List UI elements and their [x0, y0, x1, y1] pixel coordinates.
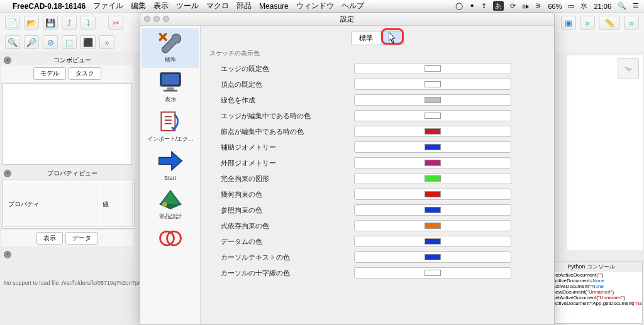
subtab-standard[interactable]: 標準 — [352, 31, 380, 45]
color-swatch — [425, 238, 441, 245]
combo-title: コンボビュー — [14, 56, 131, 65]
zoom-fit-icon[interactable]: 🔍 — [5, 35, 20, 49]
menu-window[interactable]: ウィンドウ — [296, 1, 334, 11]
color-picker-button[interactable] — [354, 251, 511, 263]
measure-icon[interactable]: 📏 — [599, 16, 620, 30]
tab-model[interactable]: モデル — [33, 67, 66, 80]
color-picker-button[interactable] — [354, 267, 511, 278]
close-icon[interactable]: × — [4, 251, 11, 258]
color-swatch — [425, 270, 441, 276]
nav-cube[interactable]: Top — [618, 58, 639, 79]
color-row: データムの色 — [209, 234, 545, 248]
combo-view-panel: × コンボビュー モデル タスク × プロパティビュー プロパティ値 表示 デー… — [1, 55, 133, 259]
battery-percent: 66% — [548, 3, 562, 10]
color-row: 参照拘束の色 — [209, 203, 545, 217]
cat-label: 部品設計 — [142, 212, 199, 221]
color-picker-button[interactable] — [354, 236, 511, 247]
front-view-icon[interactable]: ⬛ — [80, 35, 96, 49]
property-title: プロパティビュー — [14, 169, 131, 178]
prefs-cat-標準[interactable]: 標準 — [142, 28, 199, 68]
menu-help[interactable]: ヘルプ — [341, 1, 364, 11]
tab-task[interactable]: タスク — [69, 67, 101, 80]
volume-icon[interactable]: 🕪 — [522, 3, 529, 10]
color-swatch — [425, 207, 441, 213]
chevron-right-icon[interactable]: » — [624, 16, 639, 30]
dialog-title: 設定 — [340, 14, 354, 24]
python-console-title: Python コンソール — [540, 262, 642, 272]
app-name[interactable]: FreeCAD-0.18-16146 — [13, 2, 86, 11]
3d-view[interactable] — [567, 55, 643, 250]
menu-file[interactable]: ファイル — [93, 1, 123, 11]
color-picker-button[interactable] — [354, 126, 511, 137]
sketch-icon — [155, 226, 186, 251]
color-picker-button[interactable] — [354, 173, 511, 184]
cube-icon[interactable]: ▣ — [561, 16, 576, 30]
color-swatch — [425, 65, 441, 72]
menu-macro[interactable]: マクロ — [206, 1, 229, 11]
prefs-cat-インポート/エク...[interactable]: インポート/エク... — [142, 107, 199, 147]
impexp-icon — [155, 109, 186, 134]
color-picker-button[interactable] — [354, 110, 511, 121]
color-label: カーソルの十字線の色 — [209, 268, 354, 278]
save-button[interactable]: 💾 — [43, 16, 58, 30]
nosel-icon[interactable]: ⊘ — [43, 35, 58, 49]
color-picker-button[interactable] — [354, 220, 511, 231]
prefs-cat-部品設計[interactable]: 部品設計 — [142, 185, 199, 224]
color-swatch — [425, 191, 441, 197]
col-property: プロパティ — [4, 182, 97, 227]
cat-label: 表示 — [142, 96, 199, 104]
tool-button[interactable]: ⤴ — [62, 16, 77, 30]
search-icon[interactable]: 🔍 — [618, 2, 626, 10]
tool-button[interactable]: ⤵ — [80, 16, 96, 30]
new-doc-button[interactable]: 📄 — [5, 16, 20, 30]
dropbox-icon[interactable]: ⇪ — [481, 2, 487, 10]
prefs-content: 標準 スケッチの表示色 エッジの既定色頂点の既定色線色を作成エッジが編集中である… — [201, 26, 554, 324]
wifi-icon[interactable]: ⚞ — [535, 2, 541, 10]
window-controls[interactable] — [144, 16, 169, 22]
open-button[interactable]: 📂 — [24, 16, 39, 30]
chevron-right-icon[interactable]: » — [580, 16, 595, 30]
tab-data[interactable]: データ — [65, 232, 98, 245]
color-picker-button[interactable] — [354, 189, 511, 200]
zoom-icon[interactable]: 🔎 — [24, 35, 39, 49]
tree-view[interactable] — [3, 83, 132, 165]
color-picker-button[interactable] — [354, 204, 511, 216]
menu-measure[interactable]: Measure — [259, 2, 289, 11]
menu-edit[interactable]: 編集 — [131, 1, 146, 11]
sync-icon: ⟳ — [510, 2, 516, 10]
notification-icon[interactable]: ☰ — [633, 2, 639, 10]
color-picker-button[interactable] — [354, 94, 511, 106]
dialog-titlebar[interactable]: 設定 — [140, 13, 554, 26]
prefs-cat-表示[interactable]: 表示 — [142, 68, 199, 107]
prefs-category-sidebar[interactable]: 標準表示インポート/エク...Start部品設計 — [140, 26, 201, 324]
color-picker-button[interactable] — [354, 157, 511, 168]
color-picker-button[interactable] — [354, 141, 511, 153]
clock-time: 21:06 — [594, 3, 611, 10]
color-label: 参照拘束の色 — [209, 206, 354, 215]
subtab-colors[interactable] — [380, 31, 403, 45]
color-swatch — [425, 128, 441, 135]
color-row: エッジが編集中である時の色 — [209, 109, 545, 123]
prefs-cat-sketch[interactable] — [142, 224, 199, 256]
prefs-cat-Start[interactable]: Start — [142, 147, 199, 185]
chevron-right-icon[interactable]: » — [99, 35, 114, 49]
svg-rect-3 — [164, 90, 177, 92]
close-icon[interactable]: × — [4, 170, 11, 177]
color-label: 完全拘束の図形 — [209, 174, 354, 184]
color-picker-button[interactable] — [354, 79, 511, 90]
subtab-segmented[interactable]: 標準 — [351, 31, 404, 45]
tab-view[interactable]: 表示 — [36, 232, 63, 245]
ime-icon[interactable]: あ — [493, 1, 504, 11]
iso-view-icon[interactable]: ⬚ — [62, 35, 77, 49]
close-icon[interactable]: × — [4, 57, 11, 64]
cat-label: 標準 — [142, 56, 199, 64]
cut-icon[interactable]: ✂ — [108, 16, 123, 30]
color-row: エッジの既定色 — [209, 62, 545, 75]
color-picker-button[interactable] — [354, 63, 511, 74]
color-label: 式依存拘束の色 — [209, 221, 354, 231]
color-row: 頂点の既定色 — [209, 77, 545, 91]
menu-tools[interactable]: ツール — [176, 1, 199, 11]
menu-part[interactable]: 部品 — [236, 1, 252, 11]
menu-view[interactable]: 表示 — [153, 1, 169, 11]
color-label: 幾何拘束の色 — [209, 190, 354, 199]
